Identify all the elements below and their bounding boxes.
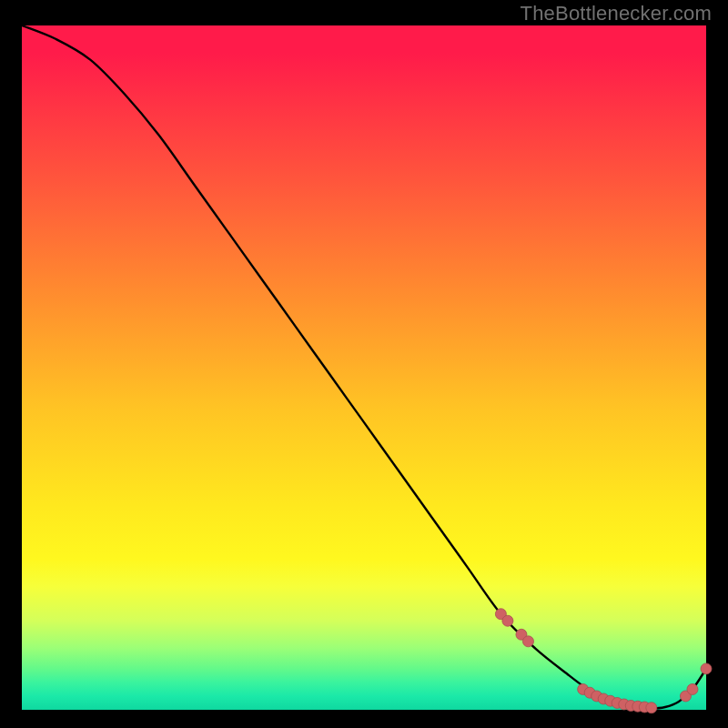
data-marker: [502, 615, 513, 626]
chart-stage: TheBottlenecker.com: [0, 0, 728, 728]
data-marker: [701, 663, 712, 674]
plot-area: [22, 25, 706, 710]
bottleneck-curve: [22, 25, 706, 710]
marker-group: [495, 609, 712, 713]
data-marker: [646, 703, 657, 713]
attribution-text: TheBottlenecker.com: [521, 2, 712, 25]
data-marker: [687, 683, 698, 694]
curve-path: [22, 25, 706, 709]
data-marker: [522, 636, 533, 647]
